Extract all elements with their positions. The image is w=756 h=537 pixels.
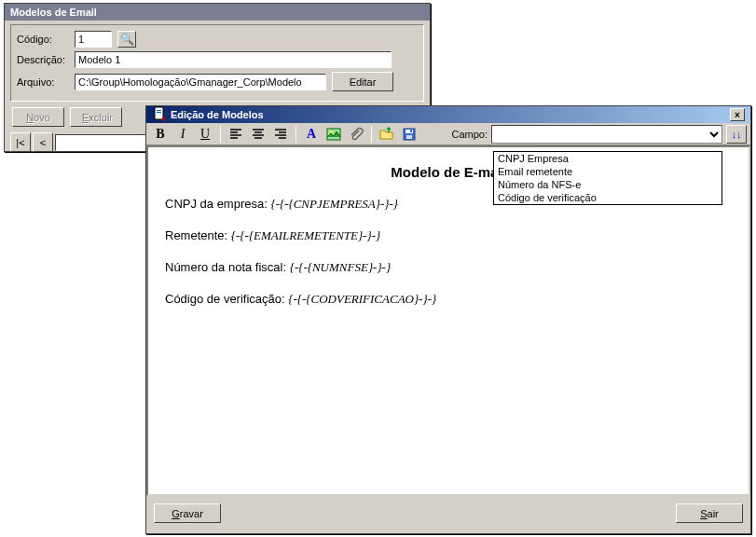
align-center-icon — [251, 127, 266, 142]
campo-label: Campo: — [451, 129, 488, 140]
editor-toolbar: B I U A — [146, 123, 750, 145]
descricao-label: Descrição: — [17, 54, 69, 65]
arquivo-label: Arquivo: — [17, 76, 69, 88]
svg-rect-1 — [157, 110, 161, 111]
editor-titlebar: Edição de Modelos × — [146, 106, 750, 123]
campo-option[interactable]: Código de verificação — [494, 191, 722, 204]
editor-window: Edição de Modelos × B I U A — [145, 105, 751, 534]
svg-rect-8 — [410, 130, 412, 132]
campo-select[interactable] — [491, 125, 722, 144]
line4-label: Código de verificação: — [165, 292, 288, 306]
line2-label: Remetente: — [165, 228, 231, 242]
align-right-button[interactable] — [270, 125, 291, 144]
save-button[interactable] — [399, 125, 419, 144]
models-titlebar: Modelos de Email — [5, 4, 430, 21]
align-center-button[interactable] — [248, 125, 268, 144]
editar-button[interactable]: Editar — [332, 72, 393, 91]
codigo-label: Código: — [17, 34, 69, 45]
svg-rect-7 — [406, 135, 412, 139]
folder-open-icon — [379, 127, 394, 142]
attachment-button[interactable] — [346, 125, 366, 144]
align-right-icon — [273, 127, 288, 142]
sair-button[interactable]: Sair — [676, 503, 743, 523]
paperclip-icon — [349, 127, 364, 142]
align-left-icon — [228, 127, 243, 142]
floppy-icon — [402, 127, 417, 142]
insert-field-button[interactable]: ↓↓ — [726, 125, 747, 144]
nav-first-button[interactable]: |< — [10, 132, 31, 152]
line1-label: CNPJ da empresa: — [165, 197, 270, 211]
svg-rect-2 — [157, 112, 161, 113]
novo-button[interactable]: Novo — [12, 107, 64, 127]
image-icon — [326, 127, 341, 142]
line3-token: {-{-{NUMNFSE}-}-} — [290, 260, 391, 274]
line2-token: {-{-{EMAILREMETENTE}-}-} — [231, 228, 380, 242]
editor-title: Edição de Modelos — [171, 109, 264, 120]
nav-prev-button[interactable]: < — [33, 132, 53, 152]
line3-label: Número da nota fiscal: — [165, 260, 290, 274]
codigo-input[interactable] — [75, 31, 112, 48]
search-button[interactable]: 🔍 — [117, 31, 136, 48]
models-title: Modelos de Email — [10, 7, 97, 18]
binoculars-icon: 🔍 — [120, 33, 134, 46]
close-icon: × — [735, 110, 740, 120]
underline-button[interactable]: U — [195, 125, 215, 144]
gravar-button[interactable]: Gravar — [154, 503, 221, 523]
descricao-input[interactable] — [75, 51, 392, 68]
bold-button[interactable]: B — [150, 125, 171, 144]
insert-image-button[interactable] — [323, 125, 344, 144]
insert-arrows-icon: ↓↓ — [732, 129, 742, 140]
campo-dropdown-popup: CNPJ Empresa Email remetente Número da N… — [493, 151, 722, 205]
campo-option[interactable]: CNPJ Empresa — [494, 152, 722, 165]
font-color-button[interactable]: A — [301, 125, 322, 144]
line4-token: {-{-{CODVERIFICACAO}-}-} — [288, 292, 436, 306]
open-button[interactable] — [377, 125, 397, 144]
arquivo-input[interactable] — [75, 74, 326, 90]
doc-icon — [152, 106, 167, 123]
campo-option[interactable]: Email remetente — [494, 165, 722, 178]
italic-button[interactable]: I — [172, 125, 193, 144]
svg-rect-0 — [155, 107, 163, 119]
align-left-button[interactable] — [226, 125, 246, 144]
line1-token: {-{-{CNPJEMPRESA}-}-} — [270, 197, 398, 211]
excluir-button[interactable]: Excluir — [70, 107, 122, 127]
campo-option[interactable]: Número da NFS-e — [494, 178, 722, 191]
close-button[interactable]: × — [730, 108, 745, 121]
